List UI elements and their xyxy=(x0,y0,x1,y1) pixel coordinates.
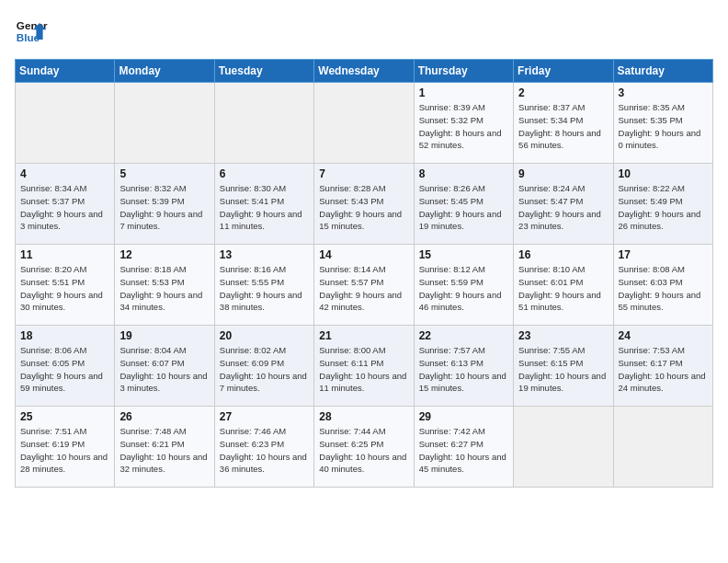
day-number: 9 xyxy=(518,167,608,180)
day-number: 10 xyxy=(619,167,708,180)
calendar-cell: 5Sunrise: 8:32 AM Sunset: 5:39 PM Daylig… xyxy=(115,164,214,245)
day-info: Sunrise: 8:24 AM Sunset: 5:47 PM Dayligh… xyxy=(518,182,608,233)
page-header: General Blue xyxy=(15,15,713,48)
day-header-friday: Friday xyxy=(514,60,613,83)
day-number: 15 xyxy=(419,248,508,261)
logo: General Blue xyxy=(15,15,48,48)
day-number: 5 xyxy=(119,167,209,180)
day-header-wednesday: Wednesday xyxy=(314,60,414,83)
day-info: Sunrise: 7:55 AM Sunset: 6:15 PM Dayligh… xyxy=(518,344,608,395)
calendar-cell: 15Sunrise: 8:12 AM Sunset: 5:59 PM Dayli… xyxy=(414,245,513,326)
day-number: 13 xyxy=(220,248,309,261)
calendar-cell: 25Sunrise: 7:51 AM Sunset: 6:19 PM Dayli… xyxy=(16,407,115,488)
day-number: 6 xyxy=(220,167,309,180)
calendar-cell: 12Sunrise: 8:18 AM Sunset: 5:53 PM Dayli… xyxy=(115,245,214,326)
day-number: 12 xyxy=(119,248,209,261)
day-info: Sunrise: 7:42 AM Sunset: 6:27 PM Dayligh… xyxy=(419,425,508,476)
calendar-cell: 7Sunrise: 8:28 AM Sunset: 5:43 PM Daylig… xyxy=(314,164,414,245)
calendar-cell: 16Sunrise: 8:10 AM Sunset: 6:01 PM Dayli… xyxy=(514,245,613,326)
day-info: Sunrise: 8:34 AM Sunset: 5:37 PM Dayligh… xyxy=(20,182,109,233)
day-info: Sunrise: 7:51 AM Sunset: 6:19 PM Dayligh… xyxy=(20,425,109,476)
calendar-cell: 2Sunrise: 8:37 AM Sunset: 5:34 PM Daylig… xyxy=(514,83,613,164)
calendar-cell: 28Sunrise: 7:44 AM Sunset: 6:25 PM Dayli… xyxy=(314,407,414,488)
day-info: Sunrise: 8:22 AM Sunset: 5:49 PM Dayligh… xyxy=(619,182,708,233)
day-number: 14 xyxy=(319,248,408,261)
svg-text:General: General xyxy=(17,19,48,31)
day-info: Sunrise: 8:28 AM Sunset: 5:43 PM Dayligh… xyxy=(319,182,408,233)
calendar-header-row: SundayMondayTuesdayWednesdayThursdayFrid… xyxy=(16,60,713,83)
calendar-cell: 18Sunrise: 8:06 AM Sunset: 6:05 PM Dayli… xyxy=(16,326,115,407)
day-header-saturday: Saturday xyxy=(613,60,712,83)
day-number: 22 xyxy=(419,329,508,342)
day-number: 21 xyxy=(319,329,408,342)
calendar-cell: 8Sunrise: 8:26 AM Sunset: 5:45 PM Daylig… xyxy=(414,164,513,245)
day-number: 20 xyxy=(220,329,309,342)
day-info: Sunrise: 8:16 AM Sunset: 5:55 PM Dayligh… xyxy=(220,263,309,314)
day-number: 16 xyxy=(518,248,608,261)
calendar-cell: 21Sunrise: 8:00 AM Sunset: 6:11 PM Dayli… xyxy=(314,326,414,407)
calendar-cell xyxy=(514,407,613,488)
day-info: Sunrise: 8:12 AM Sunset: 5:59 PM Dayligh… xyxy=(419,263,508,314)
day-number: 17 xyxy=(619,248,708,261)
calendar-cell: 20Sunrise: 8:02 AM Sunset: 6:09 PM Dayli… xyxy=(214,326,313,407)
day-number: 4 xyxy=(20,167,109,180)
day-info: Sunrise: 8:20 AM Sunset: 5:51 PM Dayligh… xyxy=(20,263,109,314)
calendar-cell: 27Sunrise: 7:46 AM Sunset: 6:23 PM Dayli… xyxy=(214,407,313,488)
week-row-5: 25Sunrise: 7:51 AM Sunset: 6:19 PM Dayli… xyxy=(16,407,713,488)
day-number: 1 xyxy=(419,86,508,99)
calendar-body: 1Sunrise: 8:39 AM Sunset: 5:32 PM Daylig… xyxy=(16,83,713,488)
day-number: 7 xyxy=(319,167,408,180)
day-info: Sunrise: 8:18 AM Sunset: 5:53 PM Dayligh… xyxy=(119,263,209,314)
week-row-2: 4Sunrise: 8:34 AM Sunset: 5:37 PM Daylig… xyxy=(16,164,713,245)
day-number: 25 xyxy=(20,410,109,423)
day-info: Sunrise: 7:53 AM Sunset: 6:17 PM Dayligh… xyxy=(619,344,708,395)
day-header-monday: Monday xyxy=(115,60,214,83)
calendar-cell: 26Sunrise: 7:48 AM Sunset: 6:21 PM Dayli… xyxy=(115,407,214,488)
day-info: Sunrise: 8:32 AM Sunset: 5:39 PM Dayligh… xyxy=(119,182,209,233)
day-number: 18 xyxy=(20,329,109,342)
calendar-cell xyxy=(16,83,115,164)
day-info: Sunrise: 8:14 AM Sunset: 5:57 PM Dayligh… xyxy=(319,263,408,314)
calendar-cell: 19Sunrise: 8:04 AM Sunset: 6:07 PM Dayli… xyxy=(115,326,214,407)
day-info: Sunrise: 8:08 AM Sunset: 6:03 PM Dayligh… xyxy=(619,263,708,314)
calendar-cell xyxy=(214,83,313,164)
day-info: Sunrise: 8:35 AM Sunset: 5:35 PM Dayligh… xyxy=(619,101,708,152)
day-header-tuesday: Tuesday xyxy=(214,60,313,83)
day-number: 23 xyxy=(518,329,608,342)
day-number: 24 xyxy=(619,329,708,342)
calendar-cell xyxy=(314,83,414,164)
day-info: Sunrise: 8:04 AM Sunset: 6:07 PM Dayligh… xyxy=(119,344,209,395)
day-number: 2 xyxy=(518,86,608,99)
day-number: 26 xyxy=(119,410,209,423)
day-number: 11 xyxy=(20,248,109,261)
week-row-4: 18Sunrise: 8:06 AM Sunset: 6:05 PM Dayli… xyxy=(16,326,713,407)
day-info: Sunrise: 8:00 AM Sunset: 6:11 PM Dayligh… xyxy=(319,344,408,395)
calendar-cell xyxy=(613,407,712,488)
calendar-cell: 24Sunrise: 7:53 AM Sunset: 6:17 PM Dayli… xyxy=(613,326,712,407)
day-header-sunday: Sunday xyxy=(16,60,115,83)
day-info: Sunrise: 7:57 AM Sunset: 6:13 PM Dayligh… xyxy=(419,344,508,395)
calendar-cell: 29Sunrise: 7:42 AM Sunset: 6:27 PM Dayli… xyxy=(414,407,513,488)
day-info: Sunrise: 8:39 AM Sunset: 5:32 PM Dayligh… xyxy=(419,101,508,152)
calendar-cell: 13Sunrise: 8:16 AM Sunset: 5:55 PM Dayli… xyxy=(214,245,313,326)
calendar-cell: 17Sunrise: 8:08 AM Sunset: 6:03 PM Dayli… xyxy=(613,245,712,326)
day-info: Sunrise: 8:30 AM Sunset: 5:41 PM Dayligh… xyxy=(220,182,309,233)
calendar-cell: 22Sunrise: 7:57 AM Sunset: 6:13 PM Dayli… xyxy=(414,326,513,407)
day-number: 27 xyxy=(220,410,309,423)
calendar-cell: 4Sunrise: 8:34 AM Sunset: 5:37 PM Daylig… xyxy=(16,164,115,245)
calendar-cell: 1Sunrise: 8:39 AM Sunset: 5:32 PM Daylig… xyxy=(414,83,513,164)
day-number: 8 xyxy=(419,167,508,180)
day-info: Sunrise: 8:06 AM Sunset: 6:05 PM Dayligh… xyxy=(20,344,109,395)
day-number: 3 xyxy=(619,86,708,99)
day-number: 28 xyxy=(319,410,408,423)
logo-icon: General Blue xyxy=(15,15,48,48)
week-row-1: 1Sunrise: 8:39 AM Sunset: 5:32 PM Daylig… xyxy=(16,83,713,164)
day-info: Sunrise: 8:02 AM Sunset: 6:09 PM Dayligh… xyxy=(220,344,309,395)
day-header-thursday: Thursday xyxy=(414,60,513,83)
calendar-cell: 11Sunrise: 8:20 AM Sunset: 5:51 PM Dayli… xyxy=(16,245,115,326)
calendar-cell: 14Sunrise: 8:14 AM Sunset: 5:57 PM Dayli… xyxy=(314,245,414,326)
day-info: Sunrise: 7:44 AM Sunset: 6:25 PM Dayligh… xyxy=(319,425,408,476)
day-number: 29 xyxy=(419,410,508,423)
calendar-cell xyxy=(115,83,214,164)
day-info: Sunrise: 8:37 AM Sunset: 5:34 PM Dayligh… xyxy=(518,101,608,152)
